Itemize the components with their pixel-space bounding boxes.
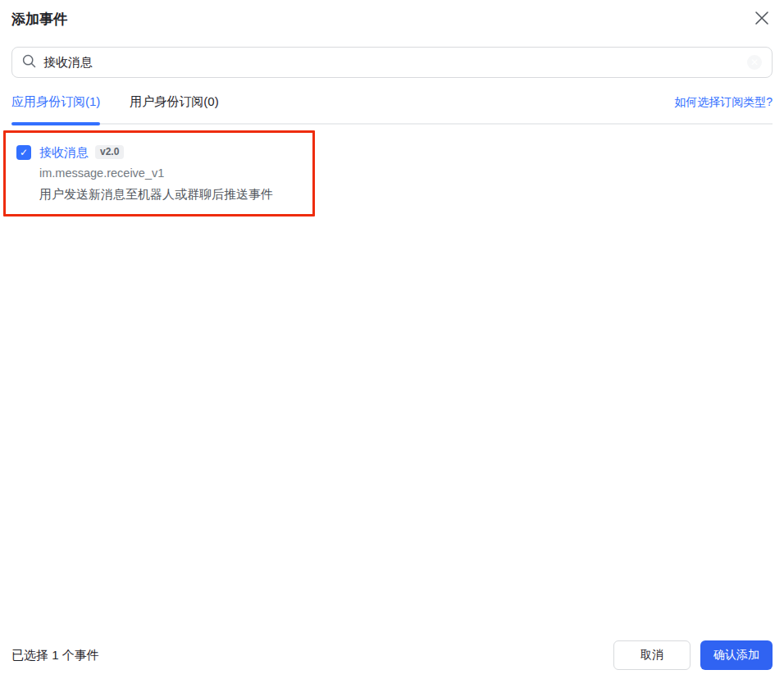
tab-user-identity-subscription[interactable]: 用户身份订阅(0) [130, 93, 218, 123]
tab-app-identity-subscription[interactable]: 应用身份订阅(1) [11, 93, 100, 123]
check-icon: ✓ [20, 147, 28, 158]
list-item[interactable]: ✓ 接收消息 v2.0 im.message.receive_v1 用户发送新消… [6, 133, 312, 214]
selection-summary: 已选择 1 个事件 [11, 648, 99, 663]
confirm-add-button[interactable]: 确认添加 [700, 640, 773, 670]
close-icon [754, 11, 769, 29]
cancel-button[interactable]: 取消 [613, 640, 691, 670]
event-description: 用户发送新消息至机器人或群聊后推送事件 [39, 185, 273, 203]
red-annotation-highlight: ✓ 接收消息 v2.0 im.message.receive_v1 用户发送新消… [3, 130, 315, 216]
tab-label: 用户身份订阅(0) [130, 94, 218, 108]
dialog-footer: 已选择 1 个事件 取消 确认添加 [11, 640, 773, 679]
subscription-tabs: 应用身份订阅(1) 用户身份订阅(0) 如何选择订阅类型? [11, 93, 773, 125]
dialog-header: 添加事件 [11, 0, 773, 29]
close-button[interactable] [753, 11, 771, 29]
subscription-type-help-link[interactable]: 如何选择订阅类型? [674, 95, 773, 123]
event-content: 接收消息 v2.0 im.message.receive_v1 用户发送新消息至… [39, 144, 273, 203]
version-badge: v2.0 [95, 145, 124, 159]
search-box[interactable]: ✕ [11, 47, 773, 78]
tab-label: 应用身份订阅(1) [11, 94, 100, 108]
add-event-dialog: 添加事件 ✕ 应用身份订阅(1) 用户身份订阅(0) 如何选择订阅类型? [0, 0, 784, 679]
search-icon [22, 54, 36, 71]
content-spacer [11, 216, 773, 640]
event-title-row: 接收消息 v2.0 [39, 144, 273, 161]
active-tab-indicator [11, 122, 100, 125]
event-list: ✓ 接收消息 v2.0 im.message.receive_v1 用户发送新消… [11, 125, 773, 216]
event-code: im.message.receive_v1 [39, 165, 273, 182]
event-title: 接收消息 [39, 144, 89, 161]
footer-buttons: 取消 确认添加 [613, 640, 773, 670]
search-input[interactable] [43, 56, 740, 70]
event-checkbox[interactable]: ✓ [16, 145, 31, 160]
page-title: 添加事件 [11, 11, 67, 29]
clear-search-icon[interactable]: ✕ [747, 55, 762, 70]
